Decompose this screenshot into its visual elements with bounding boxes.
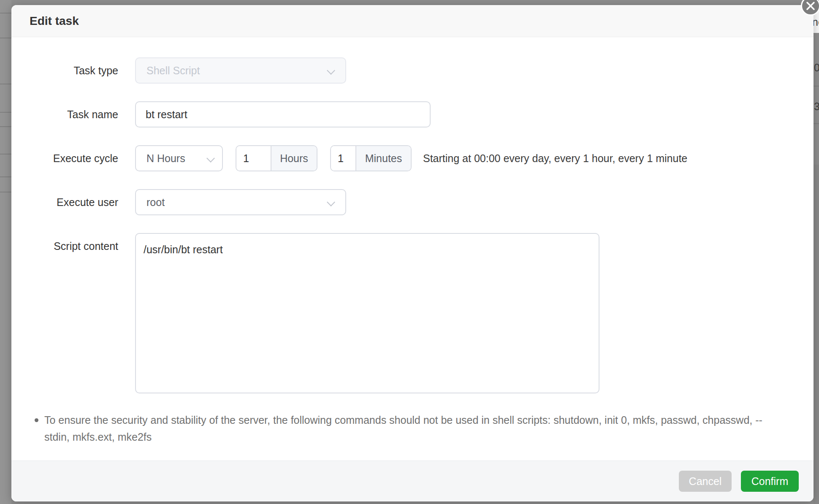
bg-text-fragment: :0	[814, 62, 819, 74]
task-type-row: Task type Shell Script	[11, 57, 814, 84]
dialog-footer: Cancel Confirm	[11, 461, 814, 501]
confirm-button[interactable]: Confirm	[741, 471, 799, 492]
script-content-row: Script content /usr/bin/bt restart	[11, 233, 814, 393]
cycle-summary-text: Starting at 00:00 every day, every 1 hou…	[423, 145, 687, 171]
security-note: To ensure the security and stability of …	[35, 412, 814, 445]
bg-row-divider	[0, 84, 11, 84]
bullet-icon	[35, 418, 38, 422]
chevron-down-icon	[206, 154, 215, 163]
task-name-label: Task name	[11, 101, 118, 127]
minutes-input-group: Minutes	[330, 145, 412, 171]
bg-text-fragment: ne	[814, 16, 819, 28]
bg-row-divider	[0, 13, 11, 14]
task-name-row: Task name	[11, 101, 814, 127]
task-name-input[interactable]	[135, 101, 431, 127]
execute-user-label: Execute user	[11, 189, 118, 215]
hours-input[interactable]	[236, 146, 271, 171]
dialog-header: Edit task	[11, 5, 814, 37]
hours-unit-label: Hours	[271, 146, 317, 171]
bg-row-divider	[0, 176, 11, 177]
cycle-type-select[interactable]: N Hours	[135, 145, 223, 171]
chevron-down-icon	[327, 198, 335, 206]
minutes-unit-label: Minutes	[355, 146, 411, 171]
execute-user-row: Execute user root	[11, 189, 814, 215]
bg-shade	[814, 165, 819, 504]
cancel-button[interactable]: Cancel	[679, 471, 732, 492]
bg-text-fragment: :3	[814, 100, 819, 113]
hours-input-group: Hours	[236, 145, 317, 171]
script-content-textarea[interactable]: /usr/bin/bt restart	[135, 233, 599, 393]
dialog-body: Task type Shell Script Task name Execute…	[11, 37, 814, 445]
security-note-text: To ensure the security and stability of …	[44, 412, 787, 445]
bg-row-divider	[814, 86, 819, 87]
cycle-type-value: N Hours	[146, 152, 185, 165]
dimmed-page-right-edge: ne :0 :3	[814, 0, 819, 504]
bg-row-divider	[0, 126, 11, 127]
close-icon	[806, 1, 815, 11]
chevron-down-icon	[327, 66, 335, 75]
bg-row-divider	[0, 38, 11, 38]
bg-row-divider	[0, 112, 11, 113]
script-content-label: Script content	[11, 233, 118, 259]
execute-cycle-row: Execute cycle N Hours Hours Minutes Star…	[11, 145, 814, 171]
task-type-label: Task type	[11, 57, 118, 84]
dimmed-page-left-edge	[0, 0, 11, 504]
task-type-value: Shell Script	[146, 65, 200, 77]
dialog-title: Edit task	[30, 14, 79, 28]
bg-row-divider	[814, 123, 819, 124]
bg-row-divider	[0, 154, 11, 154]
bg-row-divider	[0, 192, 11, 192]
edit-task-dialog: Edit task Task type Shell Script Task na…	[11, 5, 814, 501]
execute-user-value: root	[146, 196, 165, 209]
minutes-input[interactable]	[331, 146, 355, 171]
execute-cycle-label: Execute cycle	[11, 145, 118, 171]
task-type-select[interactable]: Shell Script	[135, 57, 346, 84]
execute-user-select[interactable]: root	[135, 189, 346, 215]
